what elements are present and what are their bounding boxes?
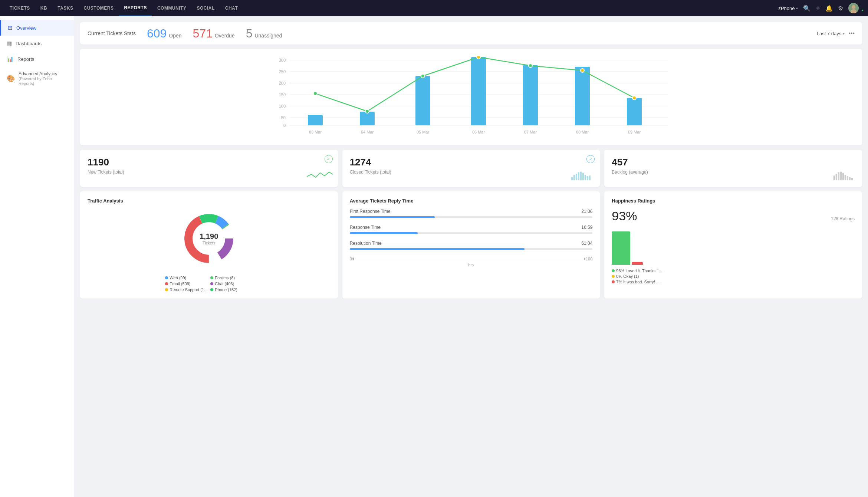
- happiness-bar-bad: [632, 262, 643, 265]
- ratings-count: 128 Ratings: [831, 216, 855, 221]
- hrs-axis: 0 100: [350, 257, 593, 261]
- dot-04mar: [365, 109, 369, 113]
- metric-closed-tickets: 1274 Closed Tickets (total) ✓: [342, 150, 600, 187]
- svg-text:09 Mar: 09 Mar: [628, 130, 641, 134]
- svg-point-1: [852, 5, 855, 9]
- sidebar-label-advanced-sub: (Powered by Zoho Reports): [19, 76, 67, 86]
- settings-icon[interactable]: ⚙: [838, 5, 843, 12]
- svg-text:200: 200: [279, 81, 286, 85]
- legend-remote-label: Remote Support (1...: [170, 287, 207, 292]
- nav-item-chat[interactable]: CHAT: [220, 0, 243, 16]
- happiness-card: Happiness Ratings 93% 128 Ratings 93% Lo…: [604, 191, 862, 299]
- legend-okay: 0% Okay (1): [612, 274, 855, 279]
- reports-icon: 📊: [7, 56, 14, 62]
- svg-text:250: 250: [279, 69, 286, 74]
- svg-rect-38: [845, 175, 846, 180]
- svg-rect-41: [851, 178, 853, 180]
- first-response-bar-fill: [350, 216, 435, 218]
- sparkline-wave: [307, 169, 333, 182]
- reply-time-title: Average Tickets Reply Time: [350, 198, 593, 204]
- bar-09mar: [627, 98, 642, 125]
- dot-08mar: [581, 69, 584, 72]
- sidebar-item-reports[interactable]: 📊 Reports: [0, 51, 74, 67]
- legend-forums: Forums (8): [210, 276, 253, 280]
- axis-line: [356, 259, 582, 259]
- forums-dot: [210, 276, 213, 279]
- nav-item-kb[interactable]: KB: [35, 0, 52, 16]
- svg-rect-26: [576, 174, 577, 180]
- avatar[interactable]: [848, 3, 859, 13]
- svg-text:150: 150: [279, 92, 286, 97]
- nav-right: zPhone ▾ 🔍 + 🔔 ⚙ ●: [778, 3, 864, 13]
- sidebar-item-advanced-analytics[interactable]: 🎨 Advanced Analytics (Powered by Zoho Re…: [0, 67, 74, 90]
- reply-time-card: Average Tickets Reply Time First Respons…: [342, 191, 600, 299]
- nav-item-community[interactable]: COMMUNITY: [152, 0, 192, 16]
- new-tickets-label: New Tickets (total): [88, 169, 331, 175]
- svg-rect-37: [842, 173, 844, 180]
- nav-item-tasks[interactable]: TASKS: [52, 0, 78, 16]
- legend-web: Web (99): [165, 276, 207, 280]
- brand-selector[interactable]: zPhone ▾: [778, 6, 798, 11]
- chart-container: 300 250 200 150 100 50 0: [88, 56, 855, 138]
- backlog-label: Backlog (average): [612, 169, 855, 175]
- brand-name: zPhone: [778, 6, 795, 11]
- dot-03mar: [313, 92, 317, 95]
- happiness-bar-good: [612, 231, 630, 265]
- svg-text:05 Mar: 05 Mar: [417, 130, 430, 134]
- date-filter[interactable]: Last 7 days ▾: [817, 31, 845, 36]
- stats-header: Current Tickets Stats 609 Open 571 Overd…: [80, 22, 862, 45]
- search-icon[interactable]: 🔍: [803, 5, 811, 12]
- svg-rect-36: [840, 172, 842, 180]
- response-bar-fill: [350, 232, 418, 234]
- notification-icon[interactable]: 🔔: [825, 5, 833, 12]
- open-count: 609: [147, 27, 167, 39]
- metric-new-tickets: 1190 New Tickets (total) ✓: [80, 150, 338, 187]
- stat-overdue: 571 Overdue: [193, 27, 235, 39]
- donut-sub: Tickets: [200, 241, 218, 245]
- svg-rect-24: [571, 177, 573, 180]
- bar-03mar: [308, 115, 323, 125]
- bar-05mar: [415, 76, 430, 125]
- happiness-bars: [612, 228, 855, 265]
- new-tickets-number: 1190: [88, 157, 331, 168]
- hrs-label: hrs: [350, 263, 593, 267]
- date-filter-label: Last 7 days: [817, 31, 842, 36]
- more-options-icon[interactable]: •••: [848, 30, 855, 37]
- check-icon-closed: ✓: [586, 155, 595, 163]
- open-label: Open: [169, 33, 181, 39]
- legend-web-label: Web (99): [170, 276, 186, 280]
- legend-chat: Chat (406): [210, 282, 253, 286]
- nav-item-social[interactable]: SOCIAL: [191, 0, 220, 16]
- nav-item-tickets[interactable]: TICKETS: [4, 0, 35, 16]
- resolution-time-row: Resolution Time 61:04: [350, 241, 593, 250]
- svg-rect-29: [582, 173, 584, 180]
- sidebar-item-dashboards[interactable]: ▦ Dashboards: [0, 36, 74, 51]
- sidebar-label-reports: Reports: [17, 56, 34, 62]
- donut-wrap: 1,190 Tickets: [179, 209, 239, 268]
- top-nav: TICKETS KB TASKS CUSTOMERS REPORTS COMMU…: [0, 0, 868, 16]
- svg-text:300: 300: [279, 58, 286, 62]
- donut-number: 1,190: [200, 232, 218, 241]
- overdue-label: Overdue: [215, 33, 235, 39]
- layout: ⊞ Overview ▦ Dashboards 📊 Reports 🎨 Adva…: [0, 16, 868, 497]
- check-icon-new: ✓: [325, 155, 333, 163]
- metric-cards: 1190 New Tickets (total) ✓ 1274 Closed T…: [80, 150, 862, 187]
- legend-bad-text: 7% It was bad. Sorry! ...: [616, 280, 660, 284]
- first-response-bar-track: [350, 216, 593, 218]
- legend-remote: Remote Support (1...: [165, 287, 207, 292]
- svg-rect-34: [836, 174, 837, 180]
- sidebar-label-overview: Overview: [16, 25, 36, 31]
- okay-dot: [612, 275, 615, 278]
- nav-item-reports[interactable]: REPORTS: [119, 0, 152, 16]
- legend-bad: 7% It was bad. Sorry! ...: [612, 280, 855, 284]
- resolution-label-row: Resolution Time 61:04: [350, 241, 593, 246]
- nav-item-customers[interactable]: CUSTOMERS: [78, 0, 119, 16]
- first-response-row: First Response Time 21:06: [350, 209, 593, 218]
- main-content: Current Tickets Stats 609 Open 571 Overd…: [74, 16, 868, 497]
- closed-tickets-number: 1274: [350, 157, 593, 168]
- svg-rect-28: [580, 172, 582, 180]
- happiness-legend: 93% Loved it. Thanks!! ... 0% Okay (1) 7…: [612, 269, 855, 284]
- sidebar-item-overview[interactable]: ⊞ Overview: [0, 20, 74, 36]
- add-icon[interactable]: +: [816, 4, 820, 13]
- traffic-title: Traffic Analysis: [88, 198, 331, 204]
